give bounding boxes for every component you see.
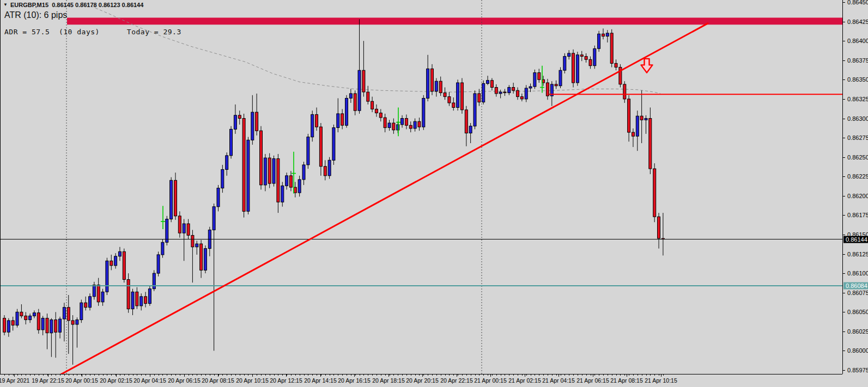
bear-candle bbox=[517, 90, 519, 96]
price-tick-label: 0.86000 bbox=[847, 347, 868, 354]
bear-candle bbox=[71, 321, 74, 324]
time-axis-minor-tick bbox=[620, 374, 621, 376]
bear-candle bbox=[174, 180, 177, 216]
time-axis-minor-tick bbox=[471, 374, 471, 376]
time-axis-minor-tick bbox=[406, 374, 407, 376]
time-axis[interactable]: 19 Apr 202119 Apr 22:1520 Apr 00:1520 Ap… bbox=[0, 374, 842, 387]
time-axis-minor-tick bbox=[650, 374, 651, 376]
bull-candle bbox=[80, 303, 83, 320]
time-axis-minor-tick bbox=[325, 374, 326, 376]
bull-candle bbox=[349, 94, 352, 99]
time-axis-minor-tick bbox=[282, 374, 283, 376]
bull-candle bbox=[559, 70, 562, 86]
bull-candle bbox=[332, 128, 335, 161]
time-axis-minor-tick bbox=[488, 374, 488, 376]
bull-candle bbox=[281, 186, 284, 202]
bull-candle bbox=[286, 176, 288, 186]
bull-candle bbox=[499, 92, 502, 94]
bull-candle bbox=[482, 83, 485, 102]
bull-candle bbox=[157, 255, 160, 273]
time-axis-minor-tick bbox=[475, 374, 476, 376]
time-axis-minor-tick bbox=[483, 374, 484, 376]
time-axis-minor-tick bbox=[342, 374, 343, 376]
price-tick-label: 0.86250 bbox=[847, 154, 868, 161]
time-axis-minor-tick bbox=[300, 374, 300, 376]
price-axis-tick bbox=[843, 331, 845, 332]
chart-window: ▼ EURGBP,M15 0.86145 0.86178 0.86123 0.8… bbox=[0, 0, 868, 387]
down-arrow-icon[interactable] bbox=[641, 59, 653, 73]
bear-candle bbox=[191, 235, 194, 247]
bear-candle bbox=[84, 303, 87, 308]
bear-candle bbox=[324, 167, 326, 176]
bull-candle bbox=[529, 87, 532, 88]
price-tick-label: 0.86100 bbox=[847, 270, 868, 277]
bull-candle bbox=[311, 114, 314, 137]
time-axis-minor-tick bbox=[162, 374, 163, 376]
bear-candle bbox=[37, 313, 40, 330]
time-axis-tick bbox=[525, 374, 525, 377]
time-axis-tick bbox=[490, 374, 491, 377]
time-tick-label: 20 Apr 08:15 bbox=[202, 377, 234, 384]
time-axis-tick bbox=[559, 374, 559, 377]
bull-candle bbox=[33, 313, 35, 316]
time-axis-tick bbox=[48, 374, 48, 377]
bear-candle bbox=[54, 320, 57, 333]
bull-candle bbox=[487, 81, 489, 84]
bull-candle bbox=[213, 207, 215, 230]
bull-candle bbox=[533, 73, 536, 87]
time-axis-minor-tick bbox=[291, 374, 292, 376]
bear-candle bbox=[110, 261, 113, 266]
time-axis-minor-tick bbox=[398, 374, 398, 376]
time-axis-minor-tick bbox=[39, 374, 39, 376]
time-axis-minor-tick bbox=[573, 374, 574, 376]
bull-candle bbox=[230, 129, 233, 155]
time-axis-minor-tick bbox=[9, 374, 9, 376]
bull-candle bbox=[251, 112, 254, 140]
time-tick-label: 20 Apr 14:15 bbox=[304, 377, 337, 384]
time-axis-minor-tick bbox=[73, 374, 74, 376]
bear-candle bbox=[392, 123, 395, 130]
time-axis-minor-tick bbox=[103, 374, 104, 376]
chart-plot-area[interactable] bbox=[0, 0, 842, 374]
ohlc-readout[interactable]: ▼ EURGBP,M15 0.86145 0.86178 0.86123 0.8… bbox=[3, 2, 143, 8]
price-chart[interactable] bbox=[0, 0, 842, 374]
bull-candle bbox=[221, 169, 224, 188]
time-axis-minor-tick bbox=[189, 374, 189, 376]
bull-candle bbox=[16, 312, 19, 325]
price-axis-tick bbox=[843, 60, 845, 61]
bull-candle bbox=[422, 99, 425, 127]
price-tick-label: 0.86225 bbox=[847, 173, 868, 180]
time-axis-minor-tick bbox=[436, 374, 437, 376]
bear-candle bbox=[512, 88, 515, 91]
time-axis-minor-tick bbox=[659, 374, 659, 376]
time-axis-minor-tick bbox=[222, 374, 223, 376]
bear-candle bbox=[431, 69, 434, 91]
bull-candle bbox=[508, 88, 511, 93]
time-axis-minor-tick bbox=[77, 374, 77, 376]
symbol-dropdown-icon[interactable]: ▼ bbox=[3, 2, 8, 7]
time-axis-minor-tick bbox=[154, 374, 155, 376]
bear-candle bbox=[628, 99, 630, 132]
bear-candle bbox=[610, 33, 613, 64]
bull-candle bbox=[89, 297, 92, 308]
time-tick-label: 19 Apr 2021 bbox=[0, 377, 29, 384]
price-tick-label: 0.86325 bbox=[847, 96, 868, 102]
time-axis-minor-tick bbox=[129, 374, 129, 376]
time-axis-minor-tick bbox=[411, 374, 411, 376]
bear-candle bbox=[341, 114, 344, 125]
bear-candle bbox=[187, 224, 190, 235]
time-axis-minor-tick bbox=[586, 374, 587, 376]
bull-candle bbox=[148, 289, 151, 304]
time-axis-minor-tick bbox=[638, 374, 638, 376]
time-axis-minor-tick bbox=[197, 374, 197, 376]
bull-candle bbox=[76, 320, 78, 325]
bear-candle bbox=[555, 84, 557, 86]
time-axis-minor-tick bbox=[244, 374, 245, 376]
bear-candle bbox=[11, 321, 14, 325]
time-axis-minor-tick bbox=[535, 374, 535, 376]
price-axis[interactable]: 0.864500.864250.864000.863750.863500.863… bbox=[842, 0, 868, 374]
time-axis-minor-tick bbox=[479, 374, 479, 376]
bear-candle bbox=[495, 88, 497, 94]
time-tick-label: 21 Apr 04:15 bbox=[542, 377, 575, 384]
bear-candle bbox=[127, 280, 130, 309]
